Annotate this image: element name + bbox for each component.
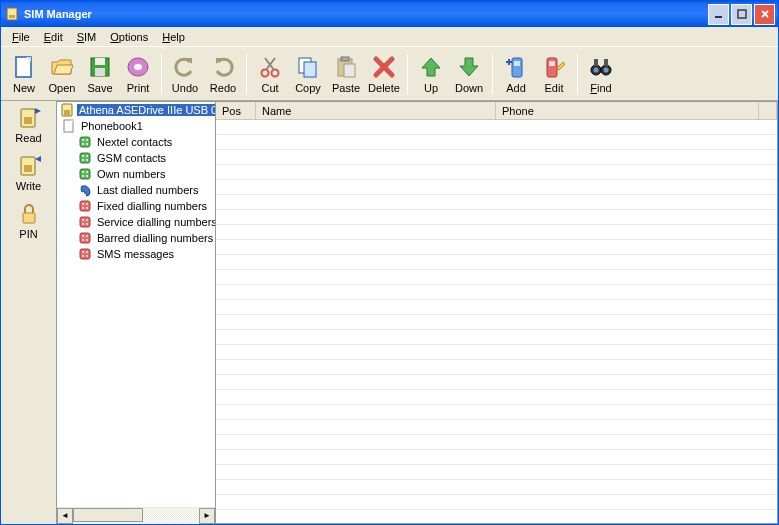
menu-help[interactable]: Help: [155, 29, 192, 45]
redo-button[interactable]: Redo: [204, 49, 242, 99]
tree-item[interactable]: GSM contacts: [57, 150, 215, 166]
table-row[interactable]: [216, 390, 777, 405]
table-row[interactable]: [216, 405, 777, 420]
svg-rect-20: [304, 62, 316, 77]
tree-item[interactable]: Fixed dialling numbers: [57, 198, 215, 214]
new-file-icon: [10, 53, 38, 81]
pin-button[interactable]: PIN: [6, 201, 52, 245]
svg-rect-45: [24, 165, 32, 172]
svg-point-73: [82, 219, 84, 221]
undo-button[interactable]: Undo: [166, 49, 204, 99]
tree-item-icon: [77, 150, 93, 166]
delete-button[interactable]: Delete: [365, 49, 403, 99]
menu-file[interactable]: Fdocument.currentScript.previousElementS…: [5, 29, 37, 45]
column-pos[interactable]: Pos: [216, 102, 256, 119]
svg-rect-40: [604, 59, 608, 66]
window-controls: [708, 4, 775, 25]
tree-item[interactable]: SMS messages: [57, 246, 215, 262]
tree-item-label: Last dialled numbers: [95, 184, 201, 196]
table-row[interactable]: [216, 210, 777, 225]
menu-edit[interactable]: Edit: [37, 29, 70, 45]
table-row[interactable]: [216, 360, 777, 375]
table-row[interactable]: [216, 375, 777, 390]
table-row[interactable]: [216, 120, 777, 135]
cut-button[interactable]: Cut: [251, 49, 289, 99]
column-name[interactable]: Name: [256, 102, 496, 119]
save-icon: [86, 53, 114, 81]
table-row[interactable]: [216, 150, 777, 165]
write-button[interactable]: Write: [6, 153, 52, 197]
maximize-button[interactable]: [731, 4, 752, 25]
table-row[interactable]: [216, 270, 777, 285]
svg-rect-28: [512, 58, 522, 77]
svg-point-66: [86, 175, 88, 177]
tree-root[interactable]: Athena ASEDrive IIIe USB 0: [57, 102, 215, 118]
sim-read-icon: [16, 105, 42, 131]
tree-item[interactable]: Barred dialling numbers: [57, 230, 215, 246]
table-row[interactable]: [216, 240, 777, 255]
table-row[interactable]: [216, 420, 777, 435]
svg-point-84: [86, 251, 88, 253]
table-row[interactable]: [216, 450, 777, 465]
tree-item[interactable]: Service dialling numbers: [57, 214, 215, 230]
open-button[interactable]: Open: [43, 49, 81, 99]
svg-point-71: [86, 207, 88, 209]
horizontal-scrollbar[interactable]: ◄ ►: [57, 507, 215, 523]
svg-point-15: [262, 70, 269, 77]
minimize-button[interactable]: [708, 4, 729, 25]
svg-point-80: [82, 239, 84, 241]
table-row[interactable]: [216, 180, 777, 195]
table-row[interactable]: [216, 225, 777, 240]
table-row[interactable]: [216, 195, 777, 210]
down-button[interactable]: Down: [450, 49, 488, 99]
redo-icon: [209, 53, 237, 81]
table-row[interactable]: [216, 480, 777, 495]
scroll-thumb[interactable]: [73, 508, 143, 522]
scroll-track[interactable]: [73, 508, 199, 524]
table-row[interactable]: [216, 300, 777, 315]
menubar: Fdocument.currentScript.previousElementS…: [1, 27, 778, 47]
arrow-down-icon: [455, 53, 483, 81]
read-button[interactable]: Read: [6, 105, 52, 149]
table-row[interactable]: [216, 285, 777, 300]
svg-point-16: [272, 70, 279, 77]
toolbar-separator: [246, 54, 247, 94]
column-phone[interactable]: Phone: [496, 102, 759, 119]
table-row[interactable]: [216, 465, 777, 480]
scroll-right-button[interactable]: ►: [199, 508, 215, 524]
table-row[interactable]: [216, 510, 777, 523]
up-button[interactable]: Up: [412, 49, 450, 99]
copy-button[interactable]: Copy: [289, 49, 327, 99]
find-button[interactable]: Find: [582, 49, 620, 99]
save-button[interactable]: Save: [81, 49, 119, 99]
tree-item-icon: [77, 198, 93, 214]
table-row[interactable]: [216, 495, 777, 510]
table-row[interactable]: [216, 435, 777, 450]
toolbar-separator: [161, 54, 162, 94]
tree-item[interactable]: Nextel contacts: [57, 134, 215, 150]
edit-button[interactable]: Edit: [535, 49, 573, 99]
table-row[interactable]: [216, 135, 777, 150]
table-row[interactable]: [216, 330, 777, 345]
print-button[interactable]: Print: [119, 49, 157, 99]
new-button[interactable]: New: [5, 49, 43, 99]
grid-body[interactable]: [216, 120, 777, 523]
table-row[interactable]: [216, 345, 777, 360]
table-row[interactable]: [216, 255, 777, 270]
add-button[interactable]: Add: [497, 49, 535, 99]
scissors-icon: [256, 53, 284, 81]
left-sidebar: Read Write PIN: [1, 101, 56, 524]
tree-view[interactable]: Athena ASEDrive IIIe USB 0 Phonebook1 Ne…: [57, 102, 215, 507]
tree-phonebook[interactable]: Phonebook1: [57, 118, 215, 134]
table-row[interactable]: [216, 165, 777, 180]
tree-item[interactable]: Own numbers: [57, 166, 215, 182]
paste-button[interactable]: Paste: [327, 49, 365, 99]
close-button[interactable]: [754, 4, 775, 25]
menu-sim[interactable]: SIM: [70, 29, 104, 45]
svg-rect-72: [80, 217, 90, 227]
tree-root-label: Athena ASEDrive IIIe USB 0: [77, 104, 215, 116]
tree-item[interactable]: Last dialled numbers: [57, 182, 215, 198]
table-row[interactable]: [216, 315, 777, 330]
scroll-left-button[interactable]: ◄: [57, 508, 73, 524]
menu-options[interactable]: Options: [103, 29, 155, 45]
